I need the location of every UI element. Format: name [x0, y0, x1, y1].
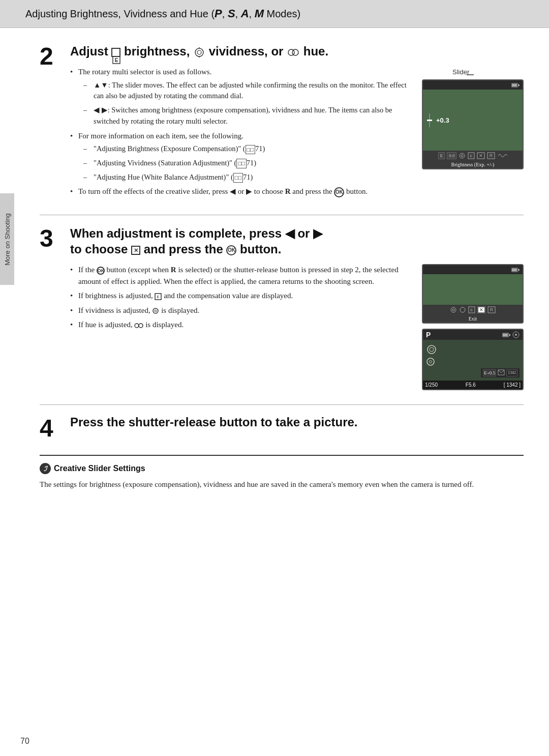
- svg-rect-11: [512, 84, 517, 86]
- list-item: "Adjusting Vividness (Saturation Adjustm…: [83, 158, 412, 169]
- svg-point-47: [427, 358, 434, 365]
- slider-track: [427, 113, 432, 127]
- note-title: ​ℐ Creative Slider Settings: [40, 463, 524, 474]
- step-2-body: The rotary multi selector is used as fol…: [70, 66, 524, 200]
- step-3-number: 3: [40, 225, 70, 390]
- screen-body: +0.3: [423, 90, 523, 151]
- svg-point-2: [195, 48, 203, 56]
- dial-icon: [512, 331, 520, 338]
- exit-screen: E ✕ R Exit: [422, 264, 524, 324]
- aperture: F5.6: [466, 382, 476, 388]
- svg-point-26: [135, 324, 139, 328]
- hue-icon-inline: [134, 322, 143, 329]
- shots-remaining: 1342: [506, 369, 517, 376]
- header-title: Adjusting Brightness, Vividness and Hue …: [25, 8, 300, 19]
- p-icon-2: [426, 357, 435, 366]
- ok-icon-inline: OK: [97, 267, 105, 275]
- icon-r2: R: [487, 306, 496, 313]
- p-screen-footer: 1/250 F5.6 [ 1342 ]: [423, 381, 523, 389]
- battery-icon-3: [502, 332, 510, 337]
- val-ev: E+0.5: [483, 369, 496, 376]
- nested-list-2: "Adjusting Brightness (Exposure Compensa…: [83, 143, 412, 183]
- svg-rect-10: [518, 84, 520, 86]
- svg-rect-42: [503, 334, 508, 336]
- svg-text:E: E: [470, 154, 473, 158]
- brightness-label: Brightness (Exp. +/-): [423, 161, 523, 168]
- icon-00: 0.0: [447, 152, 456, 159]
- icon-vividness: [459, 152, 466, 159]
- step-2-list: The rotary multi selector is used as fol…: [70, 66, 412, 197]
- camera-screen-1: +0.3 E 0.0 E ✕ R: [422, 79, 524, 169]
- step-3-body: If the OK button (except when R is selec…: [70, 264, 524, 390]
- list-item: If the OK button (except when R is selec…: [70, 264, 412, 287]
- p-icon-1: [426, 344, 437, 355]
- list-item: If vividness is adjusted, is displayed.: [70, 305, 412, 316]
- nested-list: ▲▼: The slider moves. The effect can be …: [83, 80, 412, 127]
- note-box: ​ℐ Creative Slider Settings The settings…: [40, 455, 524, 490]
- screen-top-bar: [423, 80, 523, 90]
- p-mode-label: P: [426, 331, 431, 339]
- exit-screen-top: [423, 265, 523, 274]
- step-2-content: Adjust ​E brightness, vividness, or hue.…: [70, 43, 524, 200]
- exit-screen-body: [423, 274, 523, 305]
- svg-text:E: E: [115, 57, 118, 63]
- step-2-text: The rotary multi selector is used as fol…: [70, 66, 412, 200]
- battery-icon-2: [511, 267, 520, 272]
- p-screen-icons: [426, 344, 520, 366]
- mode-p: P: [215, 7, 222, 20]
- step-4-number: 4: [40, 415, 70, 441]
- brightness-icon: ​E: [111, 48, 120, 57]
- mode-s: S: [228, 7, 235, 20]
- step-2-number: 2: [40, 43, 70, 200]
- svg-point-44: [515, 334, 517, 336]
- svg-point-45: [428, 345, 436, 354]
- icon-x: ✕: [477, 152, 485, 159]
- list-item: "Adjusting Brightness (Exposure Compensa…: [83, 143, 412, 155]
- svg-point-27: [139, 324, 143, 328]
- ok-icon: OK: [334, 187, 344, 197]
- svg-text:R: R: [490, 153, 493, 158]
- camera-screens-col: E ✕ R Exit P: [422, 264, 524, 390]
- hue-icon: [288, 47, 299, 57]
- icon-ev: E: [438, 152, 445, 159]
- icon-wave: [497, 152, 507, 159]
- svg-text:R: R: [490, 307, 494, 312]
- svg-point-12: [460, 153, 465, 158]
- mode-m: M: [255, 7, 264, 20]
- step-4-heading: Press the shutter-release button to take…: [70, 415, 524, 429]
- step-4: 4 Press the shutter-release button to ta…: [40, 415, 524, 441]
- icon-x2: ✕: [477, 306, 485, 313]
- svg-point-25: [155, 310, 157, 312]
- page: More on Shooting Adjusting Brightness, V…: [0, 0, 549, 756]
- p-mode-screen: P: [422, 329, 524, 390]
- x-icon: ✕: [131, 246, 140, 255]
- vividness-icon-inline: [152, 307, 159, 314]
- step-3: 3 When adjustment is complete, press ◀ o…: [40, 225, 524, 390]
- main-content: 2 Adjust ​E brightness, vividness, or hu…: [14, 28, 549, 506]
- shutter-speed: 1/250: [425, 382, 438, 388]
- page-header: Adjusting Brightness, Vividness and Hue …: [0, 0, 549, 28]
- p-screen-body: E+0.5 1342: [423, 340, 523, 381]
- icon-ev3: E: [468, 306, 475, 313]
- slider-pointer: [467, 74, 474, 75]
- step-3-heading: When adjustment is complete, press ◀ or …: [70, 225, 524, 257]
- p-screen-header: P: [423, 330, 523, 340]
- step-3-content: When adjustment is complete, press ◀ or …: [70, 225, 524, 390]
- p-header-icons: [502, 331, 520, 338]
- exit-label: Exit: [423, 315, 523, 323]
- svg-rect-41: [509, 334, 510, 336]
- svg-point-3: [197, 50, 201, 54]
- icon-vv: [450, 306, 457, 313]
- list-item: ▲▼: The slider moves. The effect can be …: [83, 80, 412, 102]
- svg-point-7: [292, 49, 298, 55]
- svg-text:✕: ✕: [479, 153, 483, 158]
- step-3-list: If the OK button (except when R is selec…: [70, 264, 412, 331]
- list-item: To turn off the effects of the creative …: [70, 186, 412, 197]
- note-title-text: Creative Slider Settings: [54, 464, 145, 473]
- note-text: The settings for brightness (exposure co…: [40, 478, 524, 490]
- step-3-text: If the OK button (except when R is selec…: [70, 264, 412, 390]
- list-item: The rotary multi selector is used as fol…: [70, 66, 412, 127]
- vividness-icon: [194, 47, 204, 57]
- svg-point-32: [452, 309, 454, 311]
- step-2: 2 Adjust ​E brightness, vividness, or hu…: [40, 43, 524, 200]
